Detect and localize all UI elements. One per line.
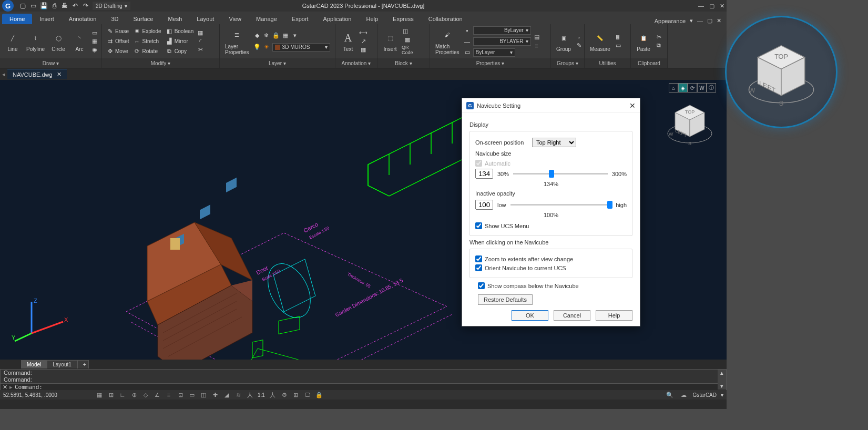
tool-hatch-icon[interactable]: ▦ [91,38,98,45]
otrack-icon[interactable]: ∠ [152,391,162,399]
layout-tab-layout1[interactable]: Layout1 [47,360,77,368]
color-combo[interactable]: ByLayer▾ [473,26,531,35]
tool-boolean[interactable]: ◧Boolean [165,27,195,36]
workspace-selector[interactable]: 2D Drafting▾ [93,2,130,10]
layer-lock-icon[interactable]: 🔒 [272,32,280,39]
opacity-input[interactable] [475,200,493,210]
tool-polyline[interactable]: ⌇Polyline [24,29,47,53]
tab-mesh[interactable]: Mesh [160,14,189,24]
grid-icon[interactable]: ⊞ [106,391,116,399]
layer-more-icon[interactable]: ▾ [291,32,299,39]
open-icon[interactable]: ▭ [29,2,37,9]
osnap-icon[interactable]: ◇ [141,391,150,399]
lwt-icon[interactable]: ≡ [164,391,173,399]
tool-fillet-icon[interactable]: ◜ [197,38,204,45]
tab-express[interactable]: Express [385,14,421,24]
minimize-icon[interactable]: — [698,3,704,9]
tool-array-icon[interactable]: ▦ [197,29,204,37]
prop-list-icon[interactable]: ≡ [533,42,540,49]
cut-icon[interactable]: ✂ [655,34,662,41]
polar-icon[interactable]: ⊕ [129,391,139,399]
lineweight-combo[interactable]: BYLAYER▾ [473,37,531,46]
iso-icon[interactable]: ◢ [222,391,231,399]
home-view-icon[interactable]: ⌂ [669,83,678,93]
mon-icon[interactable]: 🖵 [303,391,312,399]
select-icon[interactable]: ▭ [615,42,622,49]
tab-surface[interactable]: Surface [126,14,161,24]
close-ribbon-icon[interactable]: ✕ [717,17,721,24]
tab-export[interactable]: Export [284,14,316,24]
tool-measure[interactable]: 📏Measure [588,29,612,53]
tab-layout[interactable]: Layout [189,14,221,24]
magnifier-icon[interactable]: 🔍 [665,391,675,399]
compass-checkbox[interactable] [478,282,485,289]
copy-clip-icon[interactable]: ⧉ [655,42,662,49]
linetype-combo[interactable]: ByLayer▾ [473,48,515,57]
tool-text[interactable]: AText [339,29,358,53]
tool-paste[interactable]: 📋Paste [634,29,653,53]
tool-rect-icon[interactable]: ▭ [91,29,98,37]
color-swatch-icon[interactable]: ▪ [464,27,471,34]
tool-trim-icon[interactable]: ✂ [197,46,204,54]
ann-icon[interactable]: ≋ [233,391,243,399]
table-icon[interactable]: ▦ [360,46,367,54]
status-scale[interactable]: 1:1 [258,392,265,398]
navcube-toggle-icon[interactable]: ◈ [678,83,688,93]
tab-insert[interactable]: Insert [32,14,62,24]
ortho-icon[interactable]: ∟ [118,391,127,399]
tool-qr[interactable]: ▩QR Code [402,36,413,55]
snap-icon[interactable]: ▦ [95,391,104,399]
help-button[interactable]: Help [596,310,632,321]
tab-manage[interactable]: Manage [249,14,284,24]
dialog-titlebar[interactable]: G Navicube Setting ✕ [462,98,640,113]
lock-icon[interactable]: 🔒 [314,391,324,399]
ungroup-icon[interactable]: ▫ [575,34,583,41]
tool-offset[interactable]: ⇉Offset [105,37,130,46]
navcube-widget[interactable]: TOP LEFT FRONT S W [663,96,716,148]
document-tab[interactable]: NAVCUBE.dwg ✕ [7,69,67,79]
cancel-button[interactable]: Cancel [554,310,590,321]
show-ucs-checkbox[interactable] [475,222,482,229]
maximize-icon[interactable]: ▢ [709,3,714,9]
prop-palette-icon[interactable]: ▤ [533,34,540,41]
sc-icon[interactable]: ✚ [210,391,220,399]
undo-icon[interactable]: ↶ [72,2,79,9]
tool-copy[interactable]: ⧉Copy [165,47,195,56]
save-icon[interactable]: 💾 [40,2,47,9]
doctab-close-icon[interactable]: ✕ [57,71,62,78]
layer-freeze-icon[interactable]: ❄ [263,32,270,39]
group-edit-icon[interactable]: ✎ [575,42,583,49]
size-input[interactable] [475,169,493,179]
opacity-slider[interactable] [510,204,612,206]
saveas-icon[interactable]: ⎙ [50,2,58,9]
restore-defaults-button[interactable]: Restore Defaults [478,294,533,305]
create-block-icon[interactable]: ◫ [402,28,409,35]
pos-select[interactable]: Top Right [532,138,576,147]
tool-erase[interactable]: ✎Erase [105,27,130,36]
layout-tab-model[interactable]: Model [21,360,47,368]
grid2-icon[interactable]: ⊞ [291,391,301,399]
wcs-icon[interactable]: W [697,83,707,93]
redo-icon[interactable]: ↷ [82,2,89,9]
tab-home[interactable]: Home [2,14,32,24]
leader-icon[interactable]: ↗ [360,38,367,45]
tool-mirror[interactable]: ▟Mirror [165,37,195,46]
tool-explode[interactable]: ✸Explode [132,27,162,36]
tool-line[interactable]: ╱Line [3,29,22,53]
tab-annotation[interactable]: Annotation [62,14,104,24]
ws-icon[interactable]: ⚙ [280,391,289,399]
tab-view[interactable]: View [221,14,249,24]
dyn-icon[interactable]: ⊡ [176,391,185,399]
orient-checkbox[interactable] [475,264,482,271]
model-icon[interactable]: ▭ [187,391,197,399]
app-logo[interactable]: G [2,0,14,12]
size-slider[interactable] [513,173,608,175]
tab-application[interactable]: Application [316,14,359,24]
cloud-icon[interactable]: ☁ [679,391,688,399]
add-layout-icon[interactable]: + [77,360,89,368]
appearance-menu[interactable]: Appearance▾ — ▢ ✕ [651,17,724,24]
tab-3d[interactable]: 3D [104,14,126,24]
tool-rotate[interactable]: ⟳Rotate [132,47,162,56]
restore-ribbon-icon[interactable]: ▢ [707,17,712,24]
cmd-scrollbar[interactable]: ▴▾ [718,370,726,390]
